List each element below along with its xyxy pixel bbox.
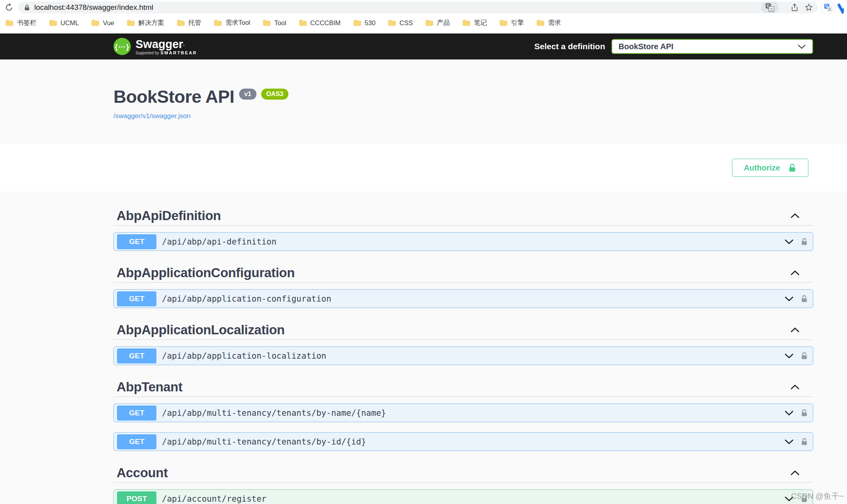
folder-icon <box>6 20 13 26</box>
collapse-chevron-up-icon[interactable] <box>790 270 800 276</box>
operation-row[interactable]: GET /api/abp/multi-tenancy/tenants/by-na… <box>113 404 813 422</box>
folder-icon <box>425 20 433 26</box>
folder-icon <box>91 20 99 26</box>
reload-icon[interactable] <box>4 2 14 13</box>
clipped-extension-icon[interactable] <box>838 1 844 14</box>
operation-path: /api/abp/application-localization <box>162 351 326 361</box>
bookmark-folder[interactable]: Tool <box>263 19 286 27</box>
collapse-chevron-up-icon[interactable] <box>790 384 800 390</box>
bookmark-folder[interactable]: 产品 <box>425 19 450 27</box>
expand-chevron-down-icon[interactable] <box>784 353 794 359</box>
section-title: AbpApiDefinition <box>117 208 221 223</box>
operation-path: /api/abp/application-configuration <box>162 294 331 304</box>
auth-lock-icon[interactable] <box>801 437 808 446</box>
api-section: AbpTenant GET /api/abp/multi-tenancy/ten… <box>113 380 813 451</box>
bookmark-folder[interactable]: 需求 <box>537 19 561 27</box>
csdn-watermark: CSDN @鱼干~ <box>791 491 844 502</box>
select-definition-label: Select a definition <box>534 42 605 51</box>
operation-row[interactable]: GET /api/abp/api-definition <box>113 232 813 251</box>
bookmark-folder[interactable]: CSS <box>388 19 413 27</box>
url-text[interactable]: localhost:44378/swagger/index.html <box>34 3 153 12</box>
bookmark-folder[interactable]: CCCCBIM <box>299 19 341 27</box>
auth-lock-icon[interactable] <box>801 409 808 417</box>
auth-lock-icon[interactable] <box>801 295 808 303</box>
folder-icon <box>353 20 361 26</box>
page-title: BookStore API <box>113 88 234 106</box>
version-badge: v1 <box>239 89 256 100</box>
api-section: AbpApiDefinition GET /api/abp/api-defini… <box>113 209 813 251</box>
folder-icon <box>263 20 271 26</box>
bookmark-star-icon[interactable] <box>804 3 813 12</box>
bookmark-folder[interactable]: 托管 <box>177 19 201 27</box>
svg-text:文: 文 <box>770 7 773 11</box>
bookmark-folder[interactable]: 书签栏 <box>6 19 37 27</box>
bookmark-folder[interactable]: 需求Tool <box>214 19 250 27</box>
folder-icon <box>49 20 57 26</box>
bookmark-folder[interactable]: 引擎 <box>500 19 524 27</box>
address-bar[interactable]: localhost:44378/swagger/index.html G文 <box>18 2 818 13</box>
folder-icon <box>388 20 396 26</box>
api-section: Account POST /api/account/register <box>113 466 813 504</box>
https-lock-icon[interactable] <box>24 4 30 11</box>
method-badge: GET <box>117 434 156 449</box>
bookmark-folder[interactable]: 530 <box>353 19 376 27</box>
collapse-chevron-up-icon[interactable] <box>790 213 800 219</box>
swagger-logo-text: Swagger <box>136 38 197 50</box>
method-badge: GET <box>117 291 156 306</box>
share-icon[interactable] <box>790 3 799 12</box>
operation-row[interactable]: GET /api/abp/application-localization <box>113 346 813 365</box>
operation-path: /api/abp/multi-tenancy/tenants/by-id/{id… <box>162 437 366 447</box>
operation-path: /api/account/register <box>162 494 267 504</box>
folder-icon <box>299 20 307 26</box>
operations-list: AbpApiDefinition GET /api/abp/api-defini… <box>0 191 847 504</box>
translate-extension-icon[interactable]: G文 <box>822 1 834 14</box>
bookmarks-bar: 书签栏 UCML Vue 解决方案 托管 需求Tool Tool CCCCBIM… <box>0 15 847 31</box>
translate-page-icon[interactable]: G文 <box>761 2 778 13</box>
method-badge: POST <box>117 491 156 504</box>
api-section: AbpApplicationConfiguration GET /api/abp… <box>113 266 813 308</box>
bookmark-folder[interactable]: 解决方案 <box>127 19 164 27</box>
bookmark-folder[interactable]: UCML <box>49 19 79 27</box>
operation-row[interactable]: GET /api/abp/multi-tenancy/tenants/by-id… <box>113 432 813 451</box>
section-title: AbpApplicationLocalization <box>117 322 285 337</box>
method-badge: GET <box>117 234 156 249</box>
oas3-badge: OAS3 <box>261 89 289 100</box>
operation-path: /api/abp/api-definition <box>162 237 277 246</box>
extensions-area: G文 <box>822 1 844 14</box>
auth-lock-icon[interactable] <box>801 237 808 246</box>
operation-path: /api/abp/multi-tenancy/tenants/by-name/{… <box>162 408 386 418</box>
expand-chevron-down-icon[interactable] <box>784 296 794 302</box>
method-badge: GET <box>117 406 156 421</box>
method-badge: GET <box>117 348 156 363</box>
folder-icon <box>500 20 507 26</box>
expand-chevron-down-icon[interactable] <box>784 239 794 245</box>
auth-lock-icon[interactable] <box>801 352 808 360</box>
section-header-abptenant[interactable]: AbpTenant <box>113 380 813 397</box>
section-header-account[interactable]: Account <box>113 466 813 483</box>
folder-icon <box>127 20 135 26</box>
spec-json-link[interactable]: /swagger/v1/swagger.json <box>113 112 191 120</box>
operation-row[interactable]: GET /api/abp/application-configuration <box>113 289 813 308</box>
collapse-chevron-up-icon[interactable] <box>790 470 800 476</box>
definition-select[interactable]: BookStore API <box>611 39 813 54</box>
folder-icon <box>537 20 544 26</box>
expand-chevron-down-icon[interactable] <box>784 410 794 416</box>
swagger-logo-icon: {⋯} <box>113 38 131 55</box>
section-header-abpapidefinition[interactable]: AbpApiDefinition <box>113 209 813 226</box>
collapse-chevron-up-icon[interactable] <box>790 327 800 333</box>
svg-text:文: 文 <box>828 7 832 11</box>
section-title: AbpTenant <box>117 380 182 395</box>
section-header-abpapplicationlocalization[interactable]: AbpApplicationLocalization <box>113 323 813 340</box>
bookmark-folder[interactable]: 笔记 <box>463 19 487 27</box>
selected-definition: BookStore API <box>619 42 673 51</box>
section-header-abpapplicationconfiguration[interactable]: AbpApplicationConfiguration <box>113 266 813 283</box>
section-title: AbpApplicationConfiguration <box>117 265 295 280</box>
bookmark-folder[interactable]: Vue <box>91 19 114 27</box>
expand-chevron-down-icon[interactable] <box>784 439 794 445</box>
scheme-container: Authorize <box>0 144 847 191</box>
authorize-button[interactable]: Authorize <box>732 159 808 177</box>
operation-row[interactable]: POST /api/account/register <box>113 489 813 504</box>
unlock-icon <box>788 163 797 172</box>
info-section: BookStore API v1 OAS3 /swagger/v1/swagge… <box>0 59 847 144</box>
chrome-divider <box>0 31 847 33</box>
